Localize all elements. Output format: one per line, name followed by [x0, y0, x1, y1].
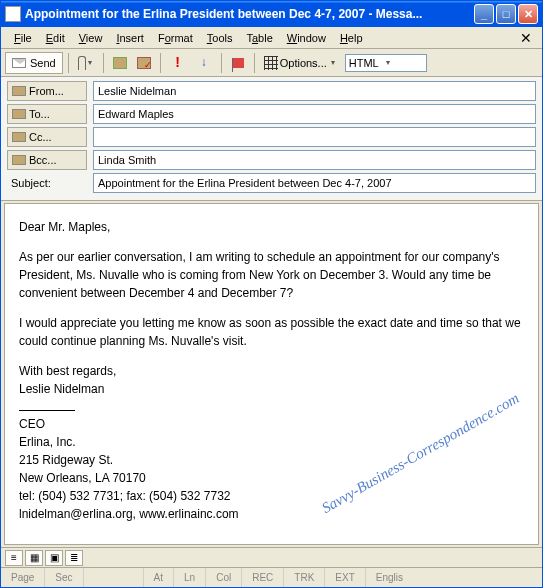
- format-select[interactable]: HTML▾: [345, 54, 427, 72]
- titlebar[interactable]: Appointment for the Erlina President bet…: [1, 1, 542, 27]
- separator: [221, 53, 222, 73]
- envelope-icon: [12, 58, 26, 68]
- doc-close-button[interactable]: ✕: [516, 30, 536, 46]
- menu-table[interactable]: Table: [239, 30, 279, 46]
- view-bar: ≡ ▦ ▣ ≣: [1, 547, 542, 567]
- menu-help[interactable]: Help: [333, 30, 370, 46]
- address-book-icon: [12, 109, 26, 119]
- status-ext: EXT: [325, 568, 365, 587]
- from-button[interactable]: From...: [7, 81, 87, 101]
- send-button[interactable]: Send: [5, 52, 63, 74]
- bcc-field[interactable]: Linda Smith: [93, 150, 536, 170]
- address-book-icon: [12, 155, 26, 165]
- chevron-down-icon: ▾: [384, 58, 423, 67]
- separator: [68, 53, 69, 73]
- closing: With best regards,Leslie Nidelman: [19, 362, 524, 398]
- menubar: File Edit View Insert Format Tools Table…: [1, 27, 542, 49]
- greeting: Dear Mr. Maples,: [19, 218, 524, 236]
- importance-low-icon: ↓: [196, 55, 212, 71]
- signature-separator: [19, 410, 75, 411]
- separator: [103, 53, 104, 73]
- status-lang: Englis: [366, 568, 413, 587]
- importance-low-button[interactable]: ↓: [192, 52, 216, 74]
- menu-view[interactable]: View: [72, 30, 110, 46]
- from-field[interactable]: Leslie Nidelman: [93, 81, 536, 101]
- options-icon: [264, 56, 278, 70]
- toolbar: Send ▾ ! ↓ Options...▾ HTML▾: [1, 49, 542, 77]
- status-rec: REC: [242, 568, 284, 587]
- subject-label: Subject:: [7, 173, 87, 193]
- close-button[interactable]: ✕: [518, 4, 538, 24]
- outline-view-button[interactable]: ≣: [65, 550, 83, 566]
- paperclip-icon: [78, 56, 86, 70]
- address-book-button[interactable]: [109, 52, 131, 74]
- subject-field[interactable]: Appointment for the Erlina President bet…: [93, 173, 536, 193]
- importance-high-icon: !: [170, 55, 186, 71]
- message-body[interactable]: Dear Mr. Maples, As per our earlier conv…: [4, 203, 539, 545]
- send-label: Send: [30, 57, 56, 69]
- bcc-button[interactable]: Bcc...: [7, 150, 87, 170]
- status-col: Col: [206, 568, 242, 587]
- web-view-button[interactable]: ▦: [25, 550, 43, 566]
- menu-format[interactable]: Format: [151, 30, 200, 46]
- app-icon: [5, 6, 21, 22]
- print-view-button[interactable]: ▣: [45, 550, 63, 566]
- menu-insert[interactable]: Insert: [109, 30, 151, 46]
- address-book-icon: [12, 86, 26, 96]
- flag-icon: [232, 58, 244, 68]
- status-trk: TRK: [284, 568, 325, 587]
- normal-view-button[interactable]: ≡: [5, 550, 23, 566]
- status-bar: Page Sec At Ln Col REC TRK EXT Englis: [1, 567, 542, 587]
- maximize-button[interactable]: □: [496, 4, 516, 24]
- compose-window: Appointment for the Erlina President bet…: [0, 0, 543, 588]
- menu-tools[interactable]: Tools: [200, 30, 240, 46]
- separator: [254, 53, 255, 73]
- importance-high-button[interactable]: !: [166, 52, 190, 74]
- signature-block: CEO Erlina, Inc. 215 Ridgeway St. New Or…: [19, 415, 524, 523]
- menu-window[interactable]: Window: [280, 30, 333, 46]
- status-page: Page: [1, 568, 45, 587]
- separator: [160, 53, 161, 73]
- message-headers: From... Leslie Nidelman To... Edward Map…: [1, 77, 542, 201]
- to-field[interactable]: Edward Maples: [93, 104, 536, 124]
- options-button[interactable]: Options...▾: [260, 52, 341, 74]
- menu-edit[interactable]: Edit: [39, 30, 72, 46]
- check-names-icon: [137, 57, 151, 69]
- menu-file[interactable]: File: [7, 30, 39, 46]
- attach-button[interactable]: ▾: [74, 52, 98, 74]
- body-paragraph: I would appreciate you letting me know a…: [19, 314, 524, 350]
- follow-up-button[interactable]: [227, 52, 249, 74]
- window-title: Appointment for the Erlina President bet…: [25, 7, 474, 21]
- cc-field[interactable]: [93, 127, 536, 147]
- status-ln: Ln: [174, 568, 206, 587]
- minimize-button[interactable]: _: [474, 4, 494, 24]
- to-button[interactable]: To...: [7, 104, 87, 124]
- status-at: At: [144, 568, 174, 587]
- check-names-button[interactable]: [133, 52, 155, 74]
- cc-button[interactable]: Cc...: [7, 127, 87, 147]
- address-book-icon: [113, 57, 127, 69]
- status-sec: Sec: [45, 568, 83, 587]
- body-paragraph: As per our earlier conversation, I am wr…: [19, 248, 524, 302]
- address-book-icon: [12, 132, 26, 142]
